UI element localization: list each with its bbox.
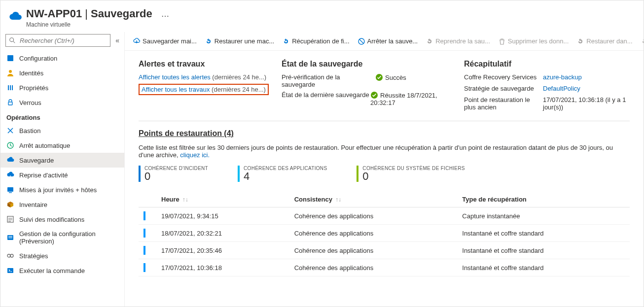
autoshutdown-icon	[6, 141, 14, 149]
restore-filter-note: Cette liste est filtrée sur les 30 derni…	[139, 144, 630, 159]
collapse-icon[interactable]: «	[115, 36, 119, 44]
sidebar-item-identities[interactable]: Identités	[0, 66, 124, 80]
highlighted-jobs-link: Afficher tous les travaux (dernières 24 …	[139, 84, 269, 95]
svg-point-0	[10, 38, 14, 42]
toolbar-cancel: Annuler la s...	[638, 35, 644, 47]
stat-label: COHÉRENCE DES APPLICATIONS	[244, 166, 327, 171]
toolbar-restore-vm[interactable]: Restaurer une mac...	[202, 35, 277, 47]
sort-icon: ↑↓	[182, 196, 188, 203]
restore-vm-icon	[205, 37, 213, 45]
sidebar-item-inventory[interactable]: Inventaire	[0, 197, 124, 212]
svg-rect-2	[7, 55, 13, 61]
search-input[interactable]	[19, 36, 107, 45]
sidebar-item-dr[interactable]: Reprise d'activité	[0, 168, 124, 182]
cell-type: Capture instantanée	[457, 207, 630, 225]
svg-point-15	[7, 254, 10, 257]
sidebar-item-config[interactable]: Gestion de la configuration (Préversion)	[0, 227, 124, 248]
more-icon[interactable]: ⋯	[161, 11, 169, 21]
svg-rect-9	[7, 187, 13, 192]
precheck-label: Pré-vérification de la sauvegarde	[282, 73, 375, 88]
row-indicator-icon	[143, 211, 145, 220]
backup-now-icon	[133, 37, 141, 45]
cell-consistency: Cohérence des applications	[289, 225, 458, 242]
svg-rect-4	[8, 85, 9, 90]
cell-type: Instantané et coffre standard	[457, 225, 630, 242]
properties-icon	[6, 84, 14, 92]
sidebar-item-label: Bastion	[19, 127, 40, 135]
toolbar-label: Arrêter la sauve...	[367, 37, 418, 45]
sort-icon: ↑↓	[335, 196, 341, 203]
success-icon	[370, 91, 378, 99]
sidebar-item-label: Gestion de la configuration (Préversion)	[19, 230, 118, 245]
cell-consistency: Cohérence des applications	[289, 259, 458, 276]
oldest-label: Point de restauration le plus ancien	[464, 96, 538, 111]
row-indicator-icon	[143, 229, 145, 238]
table-row[interactable]: 17/07/2021, 20:35:46 Cohérence des appli…	[139, 242, 630, 259]
col-time[interactable]: Heure↑↓	[156, 192, 289, 207]
toolbar-file-recovery[interactable]: Récupération de fi...	[279, 35, 352, 47]
stat-label: COHÉRENCE DU SYSTÈME DE FICHIERS	[362, 166, 465, 171]
toolbar-label: Restaurer une mac...	[215, 37, 274, 45]
table-row[interactable]: 17/07/2021, 10:36:18 Cohérence des appli…	[139, 259, 630, 276]
file-recovery-icon	[282, 37, 290, 45]
toolbar-label: Reprendre la sau...	[435, 37, 490, 45]
stat-label: COHÉRENCE D'INCIDENT	[144, 166, 208, 171]
toolbar-stop-backup[interactable]: Arrêter la sauve...	[355, 35, 421, 47]
sidebar-item-label: Inventaire	[19, 201, 47, 208]
sidebar-item-policies[interactable]: Stratégies	[0, 248, 124, 263]
cell-type: Instantané et coffre standard	[457, 259, 630, 276]
vault-label: Coffre Recovery Services	[464, 73, 538, 81]
bastion-icon	[6, 127, 14, 135]
stat-value: 4	[244, 171, 327, 182]
sidebar-item-properties[interactable]: Propriétés	[0, 80, 124, 95]
sidebar-item-run[interactable]: Exécuter la commande	[0, 263, 124, 278]
restore-older-link[interactable]: cliquez ici.	[180, 151, 210, 159]
sidebar: « ConfigurationIdentitésPropriétésVerrou…	[0, 32, 125, 307]
sidebar-item-bastion[interactable]: Bastion	[0, 123, 124, 138]
show-all-jobs-link[interactable]: Afficher tous les travaux	[142, 86, 210, 93]
sidebar-item-locks[interactable]: Verrous	[0, 95, 124, 110]
sidebar-search[interactable]	[5, 34, 110, 47]
changes-icon	[6, 215, 14, 223]
sidebar-item-updates[interactable]: Mises à jour invités + hôtes	[0, 182, 124, 197]
col-consistency[interactable]: Consistency↑↓	[289, 192, 458, 207]
svg-line-19	[359, 39, 363, 43]
restore-in-icon	[576, 37, 584, 45]
policy-link[interactable]: DefaultPolicy	[543, 85, 630, 92]
alerts-suffix: (dernières 24 he...)	[211, 73, 266, 81]
cell-time: 17/07/2021, 10:36:18	[156, 259, 289, 276]
table-row[interactable]: 18/07/2021, 20:32:21 Cohérence des appli…	[139, 225, 630, 242]
delete-data-icon	[498, 37, 506, 45]
cell-consistency: Cohérence des applications	[289, 207, 458, 225]
toolbar-backup-now[interactable]: Sauvegarder mai...	[130, 35, 200, 47]
locks-icon	[6, 99, 14, 106]
sidebar-item-backup[interactable]: Sauvegarde	[0, 153, 124, 168]
col-type[interactable]: Type de récupération	[457, 192, 630, 207]
consistency-stat: COHÉRENCE DES APPLICATIONS4	[238, 166, 327, 182]
sidebar-item-changes[interactable]: Suivi des modifications	[0, 212, 124, 227]
sidebar-item-label: Verrous	[19, 99, 41, 106]
consistency-stats: COHÉRENCE D'INCIDENT0COHÉRENCE DES APPLI…	[139, 166, 630, 182]
toolbar-label: Récupération de fi...	[292, 37, 349, 45]
sidebar-item-label: Configuration	[19, 55, 57, 62]
sidebar-item-label: Propriétés	[19, 84, 48, 92]
cell-time: 18/07/2021, 20:32:21	[156, 225, 289, 242]
cell-consistency: Cohérence des applications	[289, 242, 458, 259]
lastbackup-value: Réussite 18/7/2021, 20:32:17	[370, 91, 459, 106]
svg-rect-6	[12, 85, 13, 90]
show-all-alerts-link[interactable]: Afficher toutes les alertes	[139, 73, 211, 81]
jobs-suffix: (dernières 24 he...)	[210, 86, 266, 93]
vault-link[interactable]: azure-backup	[543, 73, 630, 81]
toolbar-label: Restaurer dan...	[586, 37, 632, 45]
inventory-icon	[6, 201, 14, 208]
sidebar-item-configuration[interactable]: Configuration	[0, 51, 124, 66]
table-row[interactable]: 19/07/2021, 9:34:15 Cohérence des applic…	[139, 207, 630, 225]
alerts-section: Alertes et travaux Afficher toutes les a…	[139, 60, 277, 111]
search-icon	[9, 37, 16, 44]
sidebar-item-autoshutdown[interactable]: Arrêt automatique	[0, 138, 124, 153]
dr-icon	[6, 171, 14, 179]
resource-type: Machine virtuelle	[26, 21, 152, 28]
sidebar-item-label: Suivi des modifications	[19, 216, 84, 223]
sidebar-item-label: Identités	[19, 69, 43, 77]
toolbar: Sauvegarder mai...Restaurer une mac...Ré…	[125, 32, 644, 51]
